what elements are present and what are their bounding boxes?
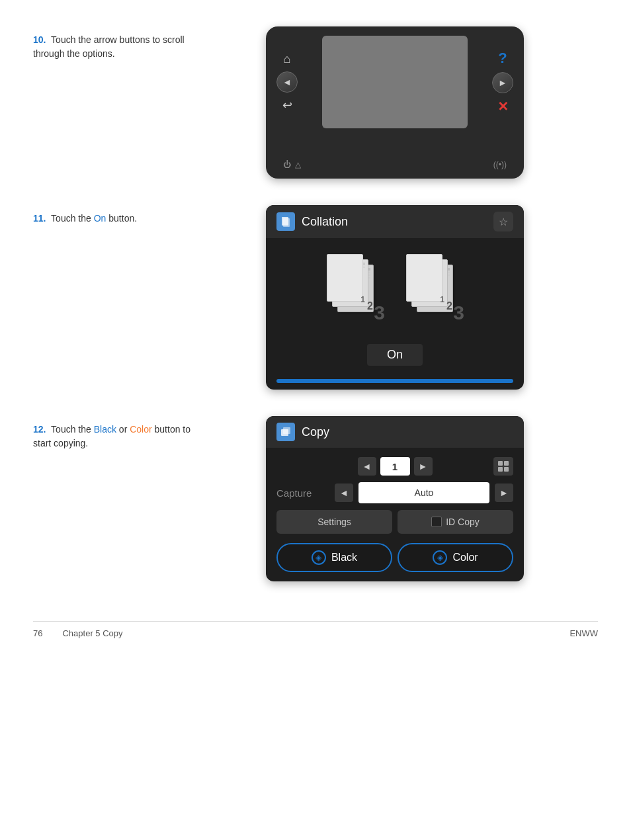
warning-icon: △ (295, 160, 301, 169)
step-12-before: Touch the (51, 424, 94, 435)
collation-number-2: 3 (453, 302, 464, 324)
device-top-row: ⌂ ◄ ↩ ? ► ✕ (276, 36, 513, 128)
step-11-number: 11. (33, 213, 46, 224)
step-11-after: button. (106, 213, 137, 224)
svg-rect-6 (498, 467, 503, 472)
printer-device: ⌂ ◄ ↩ ? ► ✕ ⏻ △ ((•)) (266, 26, 524, 179)
svg-rect-4 (498, 461, 503, 466)
collation-footer: On (266, 337, 524, 379)
step-10: 10. Touch the arrow buttons to scroll th… (33, 26, 598, 179)
collation-icon (276, 212, 295, 231)
step-11-text: 11. Touch the On button. (33, 205, 192, 226)
copy-body: ◄ 1 ► (266, 448, 524, 581)
svg-rect-3 (283, 427, 290, 434)
step-12-image: Copy ◄ 1 ► (192, 416, 598, 581)
device-right-controls: ? ► ✕ (492, 50, 513, 114)
cancel-icon[interactable]: ✕ (497, 99, 509, 114)
step-12-number: 12. (33, 424, 46, 435)
svg-rect-1 (283, 218, 290, 227)
footer-page-number: 76 (33, 628, 42, 638)
svg-rect-7 (504, 467, 509, 472)
wireless-icon: ((•)) (493, 160, 507, 169)
right-arrow-button[interactable]: ► (492, 72, 513, 93)
device-bottom-row: ⏻ △ ((•)) (276, 160, 513, 169)
copy-counter: ◄ 1 ► (358, 457, 433, 476)
collated-stack: 3 2 1 (325, 251, 385, 324)
capture-right-arrow[interactable]: ► (495, 483, 513, 502)
counter-value: 1 (380, 457, 410, 476)
counter-right-arrow[interactable]: ► (414, 457, 433, 476)
step-11: 11. Touch the On button. Collation ☆ (33, 205, 598, 390)
collation-number-1: 3 (374, 302, 385, 324)
copy-counter-row: ◄ 1 ► (276, 457, 513, 476)
collation-title: Collation (302, 215, 348, 229)
footer-chapter: Chapter 5 Copy (62, 628, 122, 638)
step-12-color-link: Color (130, 424, 151, 435)
home-icon[interactable]: ⌂ (284, 52, 291, 66)
black-print-icon: ◈ (312, 550, 326, 565)
star-icon: ☆ (499, 216, 508, 228)
collation-header: Collation ☆ (266, 205, 524, 238)
power-warning-icons: ⏻ △ (283, 160, 301, 169)
copy-screen-title: Copy (302, 425, 329, 439)
step-10-instruction: Touch the arrow buttons to scroll throug… (33, 34, 185, 59)
footer-left: 76 Chapter 5 Copy (33, 628, 123, 638)
left-arrow-button[interactable]: ◄ (276, 71, 298, 93)
collation-sub-1: 2 (367, 300, 373, 312)
id-copy-label: ID Copy (446, 517, 480, 527)
copy-action-row: ◈ Black ◈ Color (276, 543, 513, 572)
wifi-icon: ((•)) (493, 160, 507, 169)
collation-sub-2: 1 (360, 295, 365, 304)
step-11-image: Collation ☆ (192, 205, 598, 390)
black-button-label: Black (331, 552, 357, 564)
color-print-icon: ◈ (433, 550, 447, 565)
power-icon: ⏻ (283, 160, 291, 169)
step-10-image: ⌂ ◄ ↩ ? ► ✕ ⏻ △ ((•)) (192, 26, 598, 179)
collation-star-button[interactable]: ☆ (493, 212, 513, 231)
help-icon[interactable]: ? (498, 50, 507, 67)
capture-label: Capture (276, 487, 329, 499)
black-button[interactable]: ◈ Black (276, 543, 392, 572)
collation-sub-4: 1 (440, 295, 444, 304)
step-10-text: 10. Touch the arrow buttons to scroll th… (33, 26, 192, 61)
settings-button[interactable]: Settings (276, 510, 392, 534)
copy-screen: Copy ◄ 1 ► (266, 416, 524, 581)
step-12-middle: or (116, 424, 130, 435)
device-left-controls: ⌂ ◄ ↩ (276, 52, 298, 112)
uncollated-stack: 3 2 1 (405, 251, 464, 324)
step-12-text: 12. Touch the Black or Color button to s… (33, 416, 192, 450)
id-copy-checkbox (431, 517, 442, 527)
svg-rect-5 (504, 461, 509, 466)
collation-bottom-bar (276, 379, 513, 383)
capture-value: Auto (358, 482, 489, 503)
step-12-black-link: Black (94, 424, 116, 435)
step-10-number: 10. (33, 34, 46, 45)
capture-left-arrow[interactable]: ◄ (335, 483, 353, 502)
step-11-before: Touch the (51, 213, 94, 224)
on-button[interactable]: On (367, 344, 423, 366)
footer-brand: ENWW (569, 628, 598, 638)
counter-left-arrow[interactable]: ◄ (358, 457, 376, 476)
collation-body: 3 2 1 3 2 1 (266, 238, 524, 337)
step-12: 12. Touch the Black or Color button to s… (33, 416, 598, 581)
step-11-on-link: On (94, 213, 106, 224)
color-button[interactable]: ◈ Color (398, 543, 513, 572)
settings-id-copy-row: Settings ID Copy (276, 510, 513, 534)
capture-row: Capture ◄ Auto ► (276, 482, 513, 503)
collation-sub-3: 2 (446, 300, 452, 312)
copy-screen-icon (276, 423, 295, 441)
back-icon[interactable]: ↩ (282, 98, 292, 112)
grid-icon (493, 457, 513, 476)
collation-screen: Collation ☆ (266, 205, 524, 390)
page-footer: 76 Chapter 5 Copy ENWW (33, 621, 598, 638)
copy-header: Copy (266, 416, 524, 448)
id-copy-button[interactable]: ID Copy (398, 510, 513, 534)
device-screen (322, 36, 468, 128)
color-button-label: Color (452, 552, 478, 564)
